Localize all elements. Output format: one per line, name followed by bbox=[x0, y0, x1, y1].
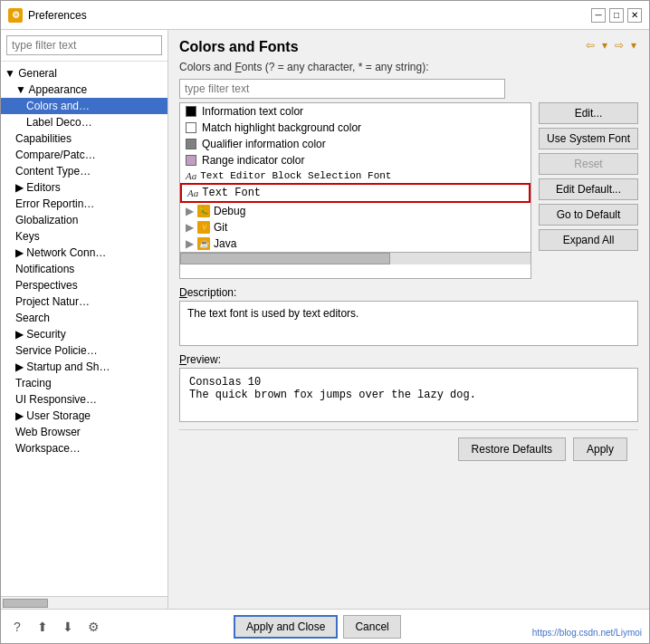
left-scroll-thumb[interactable] bbox=[3, 599, 48, 608]
color-swatch-qualifier bbox=[186, 139, 196, 149]
settings-icon[interactable]: ⚙ bbox=[84, 618, 102, 636]
edit-button[interactable]: Edit... bbox=[539, 102, 638, 124]
git-icon: ⑂ bbox=[197, 221, 210, 234]
tree-item-web-browser[interactable]: Web Browser bbox=[1, 424, 167, 440]
color-swatch-info bbox=[186, 106, 196, 117]
color-item-label: Range indicator color bbox=[202, 154, 304, 167]
expand-arrow-git: ▶ bbox=[186, 221, 194, 234]
tree-item-service-policies[interactable]: Service Policie… bbox=[1, 342, 167, 359]
tree-item-keys[interactable]: Keys bbox=[1, 228, 167, 245]
minimize-button[interactable]: ─ bbox=[591, 8, 606, 23]
description-label: Description: bbox=[179, 286, 638, 299]
aa-icon-block: Aa bbox=[186, 170, 196, 181]
colors-filter-input[interactable] bbox=[179, 79, 505, 99]
color-swatch-range bbox=[186, 155, 196, 166]
tree-item-globalization[interactable]: Globalization bbox=[1, 212, 167, 228]
footer-bar: ? ⬆ ⬇ ⚙ Apply and Close Cancel https://b… bbox=[1, 609, 649, 643]
color-item-range-indicator[interactable]: Range indicator color bbox=[180, 152, 531, 168]
preferences-window: ⚙ Preferences ─ □ ✕ ▼ General ▼ Appearan… bbox=[0, 0, 650, 644]
left-panel: ▼ General ▼ Appearance Colors and… Label… bbox=[1, 30, 168, 609]
expand-all-button[interactable]: Expand All bbox=[539, 229, 638, 251]
go-to-default-button[interactable]: Go to Default bbox=[539, 204, 638, 226]
tree-item-search[interactable]: Search bbox=[1, 310, 167, 326]
restore-defaults-button[interactable]: Restore Defaults bbox=[458, 437, 566, 461]
preview-label: Preview: bbox=[179, 353, 638, 366]
tree-item-general[interactable]: ▼ General bbox=[1, 65, 167, 82]
title-bar: ⚙ Preferences ─ □ ✕ bbox=[1, 1, 649, 30]
description-box: The text font is used by text editors. bbox=[179, 301, 638, 346]
right-buttons: Edit... Use System Font Reset Edit Defau… bbox=[539, 102, 638, 279]
tree-item-tracing[interactable]: Tracing bbox=[1, 375, 167, 391]
color-item-info-text[interactable]: Information text color bbox=[180, 103, 531, 120]
main-content: ▼ General ▼ Appearance Colors and… Label… bbox=[1, 30, 649, 609]
color-item-match-highlight[interactable]: Match highlight background color bbox=[180, 120, 531, 136]
nav-forward-button[interactable]: ⇨ bbox=[613, 39, 626, 52]
group-label-git: Git bbox=[214, 221, 227, 234]
use-system-font-button[interactable]: Use System Font bbox=[539, 128, 638, 149]
colors-list: Information text color Match highlight b… bbox=[179, 102, 531, 279]
preview-area: Preview: Consolas 10The quick brown fox … bbox=[179, 353, 638, 422]
cancel-button[interactable]: Cancel bbox=[343, 615, 400, 639]
export-icon[interactable]: ⬆ bbox=[33, 618, 52, 636]
color-item-label: Information text color bbox=[202, 105, 303, 118]
tree-item-project-nature[interactable]: Project Natur… bbox=[1, 293, 167, 310]
footer-buttons: Apply and Close Cancel bbox=[234, 615, 401, 639]
import-icon[interactable]: ⬇ bbox=[59, 618, 77, 636]
colors-area: Information text color Match highlight b… bbox=[179, 102, 638, 279]
tree-item-startup[interactable]: ▶ Startup and Sh… bbox=[1, 359, 167, 375]
list-scroll-thumb[interactable] bbox=[180, 253, 390, 264]
tree-item-perspectives[interactable]: Perspectives bbox=[1, 277, 167, 293]
tree-item-user-storage[interactable]: ▶ User Storage bbox=[1, 408, 167, 424]
close-button[interactable]: ✕ bbox=[627, 8, 642, 23]
nav-arrows: ⇦ ▾ ⇨ ▾ bbox=[584, 39, 638, 52]
tree-item-editors[interactable]: ▶ Editors bbox=[1, 179, 167, 196]
color-item-text-font[interactable]: Aa Text Font bbox=[180, 183, 531, 203]
group-item-debug[interactable]: ▶ 🐛 Debug bbox=[180, 203, 531, 219]
nav-forward-dropdown[interactable]: ▾ bbox=[629, 39, 638, 52]
tree-item-label-deco[interactable]: Label Deco… bbox=[1, 114, 167, 130]
aa-icon-text: Aa bbox=[187, 187, 198, 198]
tree-item-notifications[interactable]: Notifications bbox=[1, 261, 167, 277]
tree-item-content-type[interactable]: Content Type… bbox=[1, 163, 167, 179]
debug-icon: 🐛 bbox=[197, 205, 210, 217]
preview-text: Consolas 10The quick brown fox jumps ove… bbox=[189, 376, 476, 401]
nav-back-button[interactable]: ⇦ bbox=[584, 39, 597, 52]
tree-item-compare[interactable]: Compare/Patc… bbox=[1, 147, 167, 163]
color-swatch-match bbox=[186, 122, 196, 133]
window-title: Preferences bbox=[28, 9, 591, 22]
tree-area: ▼ General ▼ Appearance Colors and… Label… bbox=[1, 62, 167, 596]
tree-item-colors-and-fonts[interactable]: Colors and… bbox=[1, 98, 167, 114]
watermark: https://blog.csdn.net/Liymoi bbox=[532, 628, 642, 639]
filter-input-wrap bbox=[1, 30, 167, 62]
color-item-text-editor-block[interactable]: Aa Text Editor Block Selection Font bbox=[180, 168, 531, 183]
left-filter-input[interactable] bbox=[6, 35, 162, 55]
tree-item-network[interactable]: ▶ Network Conn… bbox=[1, 245, 167, 261]
maximize-button[interactable]: □ bbox=[609, 8, 624, 23]
tree-item-error-reporting[interactable]: Error Reportin… bbox=[1, 196, 167, 212]
apply-button[interactable]: Apply bbox=[573, 437, 627, 461]
expand-arrow-java: ▶ bbox=[186, 237, 194, 250]
apply-and-close-button[interactable]: Apply and Close bbox=[234, 615, 338, 639]
reset-button[interactable]: Reset bbox=[539, 153, 638, 175]
tree-item-workspace[interactable]: Workspace… bbox=[1, 440, 167, 457]
right-top-row: Colors and Fonts ⇦ ▾ ⇨ ▾ bbox=[179, 39, 638, 61]
group-item-java[interactable]: ▶ ☕ Java bbox=[180, 235, 531, 252]
tree-item-appearance[interactable]: ▼ Appearance bbox=[1, 82, 167, 98]
panel-title: Colors and Fonts bbox=[179, 39, 299, 55]
tree-item-capabilities[interactable]: Capabilities bbox=[1, 130, 167, 147]
group-item-git[interactable]: ▶ ⑂ Git bbox=[180, 219, 531, 235]
color-item-qualifier-info[interactable]: Qualifier information color bbox=[180, 136, 531, 152]
tree-item-ui-responsive[interactable]: UI Responsive… bbox=[1, 391, 167, 408]
preview-box: Consolas 10The quick brown fox jumps ove… bbox=[179, 368, 638, 422]
edit-default-button[interactable]: Edit Default... bbox=[539, 178, 638, 200]
tree-item-security[interactable]: ▶ Security bbox=[1, 326, 167, 342]
color-item-label-block: Text Editor Block Selection Font bbox=[200, 170, 391, 181]
color-item-label: Qualifier information color bbox=[202, 138, 326, 150]
panel-subtitle: Colors and Fonts (? = any character, * =… bbox=[179, 61, 638, 73]
footer-icons: ? ⬆ ⬇ ⚙ bbox=[8, 618, 102, 636]
left-horizontal-scrollbar[interactable] bbox=[1, 596, 167, 609]
help-icon[interactable]: ? bbox=[8, 618, 26, 636]
nav-back-dropdown[interactable]: ▾ bbox=[600, 39, 609, 52]
right-panel: Colors and Fonts ⇦ ▾ ⇨ ▾ Colors and Font… bbox=[168, 30, 649, 609]
list-horizontal-scrollbar[interactable] bbox=[180, 252, 531, 264]
